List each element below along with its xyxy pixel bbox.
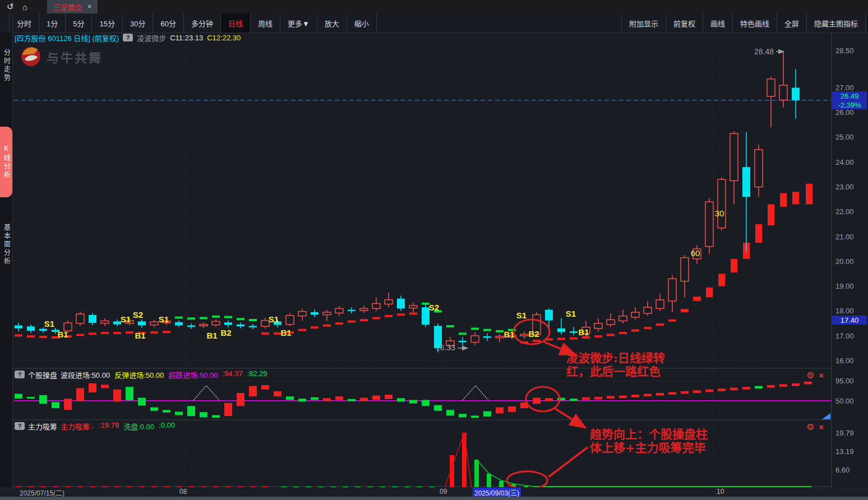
indicator-value: :0.00 [159,421,175,432]
panel-resize-handle[interactable] [822,413,830,419]
watermark-text: 与牛共舞 [47,48,103,66]
svg-text:50.00: 50.00 [835,397,854,405]
period-multi[interactable]: 多分钟 [183,13,220,33]
svg-text:28.50: 28.50 [835,47,854,55]
svg-text:60: 60 [691,248,700,258]
hide-indicator-button[interactable]: 隐藏主图指标 [806,13,866,33]
svg-text:S1: S1 [269,314,279,324]
panel1-controls: ⚙ × [806,370,824,381]
sidebar-item-fenshi[interactable]: 分时走势 [0,44,12,87]
period-weekly[interactable]: 周线 [250,13,280,33]
indicator-value: :82.29 [247,369,267,380]
svg-text:趋势向上：个股操盘柱: 趋势向上：个股操盘柱 [590,427,708,441]
panel2-header: ? 主力吸筹 主力吸筹:-:19.79洗盘:0.00:0.00 [15,422,175,430]
panel2-controls: ⚙ × [806,422,824,432]
panel1-values: 波段进场:50.00反弹进场:50.00超跌进场:50.00:94.37:82.… [61,369,267,380]
svg-text:B1: B1 [206,331,217,340]
time-axis-label: 09 [440,488,447,496]
time-axis-highlighted-date: 2025/09/03(三) [473,488,521,497]
svg-text:17.00: 17.00 [835,332,854,340]
last-price-badge: 26.49 [832,91,867,100]
fullscreen-button[interactable]: 全屏 [777,13,806,33]
back-icon[interactable]: ↺ [7,0,14,13]
change-percent-badge: -2.39% [832,100,867,109]
svg-text:23.00: 23.00 [835,183,854,191]
period-60min[interactable]: 60分 [153,13,183,33]
svg-text:6.60: 6.60 [835,466,849,474]
special-draw-button[interactable]: 特色画线 [732,13,777,33]
period-more-dropdown[interactable]: 更多▼ [280,13,317,33]
watermark: 与牛共舞 [20,46,103,67]
indicator-value: 反弹进场:50.00 [114,369,164,380]
period-30min[interactable]: 30分 [122,13,153,33]
period-5min[interactable]: 5分 [65,13,91,33]
tool-buttons: 附加显示 前复权 画线 特色画线 全屏 隐藏主图指标 [621,13,866,33]
window-topbar: ↺ ⌂ 三足鼎立 × [0,0,868,13]
panel2-help-icon[interactable]: ? [15,422,25,430]
horizontal-scrollbar[interactable] [0,497,868,500]
panel2-close-icon[interactable]: × [819,422,824,432]
period-fenshi[interactable]: 分时 [9,13,39,33]
panel2-values: 主力吸筹:-:19.79洗盘:0.00:0.00 [61,421,175,432]
window-tab[interactable]: 三足鼎立 × [47,0,98,13]
indicator-value: 洗盘:0.00 [123,421,154,432]
forward-adjust-button[interactable]: 前复权 [666,13,703,33]
svg-text:30: 30 [715,209,724,218]
svg-text:19.79: 19.79 [835,429,854,437]
indicator-help-icon[interactable]: ? [123,34,133,41]
home-icon[interactable]: ⌂ [22,0,27,13]
sidebar: 分时走势 K线分析 基本面分析 [0,33,12,500]
tab-close-icon[interactable]: × [87,3,91,11]
svg-text:S1: S1 [566,309,576,318]
svg-text:22.00: 22.00 [835,207,854,216]
sidebar-item-fundamental[interactable]: 基本面分析 [0,216,12,272]
time-axis-label: 2025/07/15(二) [20,488,64,497]
window-tab-title: 三足鼎立 [53,2,82,12]
svg-text:B1: B1 [578,327,589,337]
indicator-value: :94.37 [222,369,242,380]
panel1-title: 个股操盘 [28,369,57,380]
svg-text:S1: S1 [121,314,131,324]
indicator-value: 主力吸筹:- [61,421,94,432]
panel1-gear-icon[interactable]: ⚙ [806,370,814,381]
svg-text:21.00: 21.00 [835,233,854,241]
cost-price-badge: 17.40 [832,316,867,325]
panel1-close-icon[interactable]: × [819,371,824,380]
svg-text:13.19: 13.19 [835,447,854,456]
toolbar: 分时 1分 5分 15分 30分 60分 多分钟 日线 周线 更多▼ 放大 缩小… [0,13,868,33]
svg-text:24.00: 24.00 [835,158,854,166]
svg-text:B1: B1 [135,331,145,340]
panel2-title: 主力吸筹 [28,421,57,432]
draw-line-button[interactable]: 画线 [703,13,732,33]
indicator-value: :19.79 [99,421,119,432]
svg-text:16.33: 16.33 [436,343,455,352]
svg-text:B1: B1 [57,330,68,339]
extra-display-button[interactable]: 附加显示 [621,13,666,33]
indicator-value: 超跌进场:50.00 [168,369,218,380]
svg-text:25.00: 25.00 [835,133,854,141]
sidebar-item-kline[interactable]: K线分析 [0,127,12,197]
svg-text:S1: S1 [159,314,169,324]
zoom-out-button[interactable]: 缩小 [347,13,377,33]
svg-text:S2: S2 [133,310,143,320]
period-1min[interactable]: 1分 [39,13,65,33]
period-daily[interactable]: 日线 [220,13,250,33]
svg-text:红，此后一路红色: 红，此后一路红色 [566,364,661,378]
indicator-c11-value: C11:23.13 [170,34,203,42]
symbol-info-row: [四方股份 601126 日线] (前复权) ? 凌波微步 C11:23.13 … [15,33,241,42]
svg-text:95.00: 95.00 [835,377,854,385]
time-axis-label: 10 [717,488,724,496]
stock-app: ↺ ⌂ 三足鼎立 × 分时 1分 5分 15分 30分 60分 多分钟 日线 周… [0,0,868,500]
panel1-help-icon[interactable]: ? [15,371,25,378]
svg-text:16.00: 16.00 [835,357,854,365]
time-axis: 2025/07/15(二)08092025/09/03(三)10 [0,487,868,497]
indicator-c12-value: C12:22.30 [207,34,241,42]
panel2-gear-icon[interactable]: ⚙ [806,422,814,432]
symbol-title: [四方股份 601126 日线] (前复权) [15,33,119,43]
period-15min[interactable]: 15分 [91,13,122,33]
zoom-in-button[interactable]: 放大 [317,13,347,33]
svg-text:26.00: 26.00 [835,108,854,117]
panel1-header: ? 个股操盘 波段进场:50.00反弹进场:50.00超跌进场:50.00:94… [15,370,267,379]
bull-logo-icon [20,46,41,67]
svg-text:27.00: 27.00 [835,84,854,92]
